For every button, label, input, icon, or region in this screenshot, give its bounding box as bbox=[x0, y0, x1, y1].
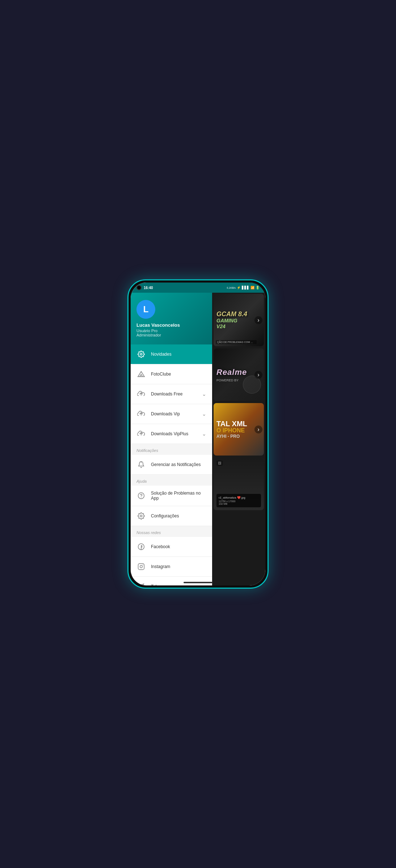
card4-filename: rZ_aMonaliza ❤️.jpg bbox=[219, 496, 259, 499]
svg-point-0 bbox=[140, 353, 142, 355]
card3-arrow[interactable]: › bbox=[254, 425, 262, 433]
nav-label-settings: Configurações bbox=[151, 513, 206, 518]
facebook-icon bbox=[136, 542, 146, 551]
nav-item-novidades[interactable]: Novidades bbox=[131, 344, 212, 364]
user-role2: Administrador bbox=[136, 333, 206, 337]
nav-label-downloads-vip: Downloads Vip bbox=[151, 411, 202, 416]
nav-label-downloads-vipplus: Downloads VipPlus bbox=[151, 431, 202, 436]
svg-point-10 bbox=[143, 565, 143, 566]
card4-icon: 🖼 bbox=[216, 461, 223, 466]
status-time: 16:40 bbox=[144, 286, 153, 290]
svg-point-9 bbox=[140, 566, 143, 568]
signal-icon: ▋▋▋ bbox=[242, 286, 249, 289]
card-gcam[interactable]: GCAM 8.4 GAMING V24 ÇÃO DE PROBLEMAS COM… bbox=[214, 294, 264, 346]
card-xml[interactable]: TAL XML O IPHONE AYHI - PRO › bbox=[214, 403, 264, 456]
nav-item-downloads-vip[interactable]: Downloads Vip ⌄ bbox=[131, 404, 212, 424]
help-circle-icon bbox=[136, 491, 146, 500]
card2-arrow[interactable]: › bbox=[254, 371, 262, 379]
phone-frame: 16:40 0,1KB/s ⚡ ▋▋▋ 📶 🔋 L Lucas Vasconce… bbox=[127, 279, 269, 589]
card-realme[interactable]: Realme POWERED BY › bbox=[214, 348, 264, 401]
nav-item-facebook[interactable]: Facebook bbox=[131, 537, 212, 557]
nav-item-help[interactable]: Solução de Problemas no App bbox=[131, 486, 212, 506]
nav-label-fotoclube: FotoClube bbox=[151, 372, 206, 377]
section-label-help: Ajuda bbox=[131, 475, 212, 486]
bluetooth-icon: ⚡ bbox=[237, 286, 241, 289]
settings-icon bbox=[136, 350, 146, 359]
nav-label-instagram: Instagram bbox=[151, 564, 206, 569]
main-content: GCAM 8.4 GAMING V24 ÇÃO DE PROBLEMAS COM… bbox=[212, 283, 265, 585]
section-label-notifications: Notificações bbox=[131, 444, 212, 455]
nav-label-facebook: Facebook bbox=[151, 544, 206, 549]
nav-label-manage-notifications: Gerenciar as Notificações bbox=[151, 462, 206, 467]
nav-label-novidades: Novidades bbox=[151, 352, 206, 357]
phone-screen: 16:40 0,1KB/s ⚡ ▋▋▋ 📶 🔋 L Lucas Vasconce… bbox=[131, 283, 265, 585]
card3-line3: AYHI - PRO bbox=[216, 434, 261, 439]
card1-description: ÇÃO DE PROBLEMAS COM ... bbox=[216, 340, 257, 344]
nav-label-help: Solução de Problemas no App bbox=[151, 491, 206, 501]
card1-title: GCAM 8.4 bbox=[216, 311, 261, 318]
card1-subtitle2: V24 bbox=[216, 323, 261, 329]
telegram-icon bbox=[136, 582, 146, 585]
cloud-upload-icon-vipplus bbox=[136, 429, 146, 439]
cloud-upload-icon-vip bbox=[136, 409, 146, 419]
sidebar-header: L Lucas Vasconcelos Usuário Pro Administ… bbox=[131, 293, 212, 344]
card4-info: rZ_aMonaliza ❤️.jpg 12750 x 17000 102 MB bbox=[216, 494, 261, 507]
card4-resolution: 12750 x 17000 bbox=[219, 500, 259, 503]
content-area: GCAM 8.4 GAMING V24 ÇÃO DE PROBLEMAS COM… bbox=[212, 283, 265, 585]
sidebar: L Lucas Vasconcelos Usuário Pro Administ… bbox=[131, 283, 212, 585]
avatar-letter: L bbox=[143, 304, 149, 314]
card1-arrow[interactable]: › bbox=[254, 316, 262, 324]
nav-item-instagram[interactable]: Instagram bbox=[131, 557, 212, 577]
nav-item-downloads-free[interactable]: Downloads Free ⌄ bbox=[131, 384, 212, 404]
wifi-icon: 📶 bbox=[250, 286, 254, 289]
status-left: 16:40 bbox=[136, 285, 153, 290]
camera-icon bbox=[136, 285, 142, 290]
nav-item-telegram[interactable]: Telegram bbox=[131, 577, 212, 585]
svg-point-6 bbox=[140, 515, 142, 517]
user-name: Lucas Vasconcelos bbox=[136, 322, 206, 328]
svg-rect-8 bbox=[138, 564, 144, 570]
status-bar: 16:40 0,1KB/s ⚡ ▋▋▋ 📶 🔋 bbox=[131, 283, 265, 293]
instagram-icon bbox=[136, 562, 146, 571]
card3-line1: TAL XML bbox=[216, 420, 261, 427]
gear-icon bbox=[136, 511, 146, 521]
chevron-down-icon-vipplus: ⌄ bbox=[202, 431, 206, 437]
cloud-upload-icon-free bbox=[136, 389, 146, 399]
battery-icon: 🔋 bbox=[256, 286, 260, 289]
nav-item-manage-notifications[interactable]: Gerenciar as Notificações bbox=[131, 455, 212, 475]
user-role1: Usuário Pro bbox=[136, 329, 206, 333]
avatar: L bbox=[136, 300, 155, 319]
chevron-down-icon-free: ⌄ bbox=[202, 391, 206, 397]
home-indicator bbox=[184, 582, 212, 583]
card4-size: 102 MB bbox=[219, 503, 259, 505]
status-right: 0,1KB/s ⚡ ▋▋▋ 📶 🔋 bbox=[227, 286, 260, 289]
nav-label-telegram: Telegram bbox=[151, 584, 206, 585]
svg-marker-2 bbox=[140, 374, 143, 377]
chevron-down-icon-vip: ⌄ bbox=[202, 411, 206, 417]
network-speed: 0,1KB/s bbox=[227, 287, 236, 289]
nav-item-downloads-vipplus[interactable]: Downloads VipPlus ⌄ bbox=[131, 424, 212, 444]
mountain-icon bbox=[136, 369, 146, 379]
bell-icon bbox=[136, 460, 146, 469]
nav-item-settings[interactable]: Configurações bbox=[131, 506, 212, 526]
section-label-networks: Nossas redes bbox=[131, 526, 212, 537]
nav-label-downloads-free: Downloads Free bbox=[151, 391, 202, 397]
nav-item-fotoclube[interactable]: FotoClube bbox=[131, 364, 212, 384]
card-photo[interactable]: rZ_aMonaliza ❤️.jpg 12750 x 17000 102 MB… bbox=[214, 458, 264, 510]
